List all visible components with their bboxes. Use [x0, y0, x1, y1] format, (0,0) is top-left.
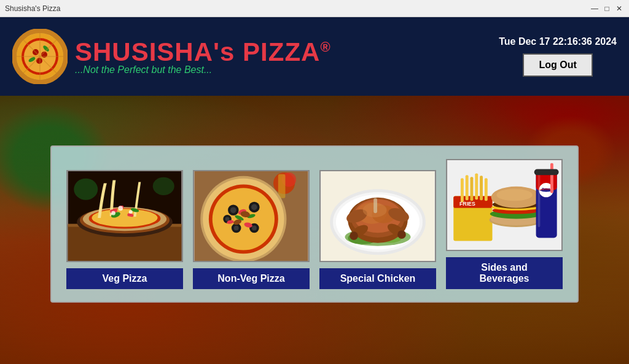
close-button[interactable]: ✕	[614, 4, 624, 14]
svg-point-42	[230, 207, 236, 213]
registered-icon: ®	[320, 39, 330, 55]
maximize-button[interactable]: □	[602, 4, 612, 14]
brand-tagline: ...Not the Perfect but the Best...	[75, 64, 331, 76]
window-controls: — □ ✕	[590, 4, 624, 14]
brand-pizza: PIZZA	[243, 37, 320, 66]
pizza-logo-icon	[12, 29, 68, 84]
svg-rect-102	[534, 169, 559, 175]
veg-pizza-image	[66, 170, 183, 262]
svg-point-50	[225, 217, 230, 221]
menu-item-special-chicken[interactable]: Special Chicken	[319, 170, 436, 289]
header-right: Tue Dec 17 22:16:36 2024 Log Out	[499, 36, 617, 77]
header: SHUSISHA's PIZZA® ...Not the Perfect but…	[0, 17, 629, 96]
svg-rect-36	[278, 174, 286, 198]
sides-beverages-image: FRIES	[446, 159, 563, 251]
brand-shusisha: SHUSISHA's	[75, 37, 235, 66]
minimize-button[interactable]: —	[590, 4, 600, 14]
non-veg-pizza-image	[193, 170, 310, 262]
main-content: SHUSISHA's PIZZA® ...Not the Perfect but…	[0, 17, 629, 364]
window-title: Shusisha's Pizza	[5, 4, 590, 13]
special-chicken-image	[319, 170, 436, 262]
special-chicken-label: Special Chicken	[319, 268, 436, 289]
svg-point-71	[350, 231, 358, 240]
svg-rect-84	[471, 177, 474, 201]
menu-item-veg-pizza[interactable]: Veg Pizza	[66, 170, 183, 289]
svg-point-46	[234, 225, 239, 230]
menu-section: Veg Pizza	[0, 96, 629, 364]
menu-item-non-veg-pizza[interactable]: Non-Veg Pizza	[193, 170, 310, 289]
logout-button[interactable]: Log Out	[523, 53, 592, 77]
datetime-display: Tue Dec 17 22:16:36 2024	[499, 36, 617, 47]
brand-text: SHUSISHA's PIZZA® ...Not the Perfect but…	[75, 37, 331, 76]
svg-point-27	[118, 206, 123, 211]
svg-rect-77	[373, 198, 377, 212]
veg-pizza-label: Veg Pizza	[66, 268, 183, 289]
svg-rect-101	[538, 173, 541, 227]
svg-point-29	[111, 211, 115, 215]
svg-rect-85	[475, 173, 478, 199]
svg-point-73	[397, 230, 406, 239]
svg-point-48	[252, 225, 257, 230]
svg-point-44	[251, 204, 257, 210]
title-bar: Shusisha's Pizza — □ ✕	[0, 0, 629, 17]
svg-rect-83	[466, 175, 469, 200]
svg-point-31	[153, 177, 174, 195]
svg-point-28	[129, 210, 133, 214]
svg-rect-82	[461, 178, 464, 202]
brand-name: SHUSISHA's PIZZA®	[75, 37, 331, 67]
logo-container: SHUSISHA's PIZZA® ...Not the Perfect but…	[12, 29, 331, 84]
non-veg-pizza-label: Non-Veg Pizza	[193, 268, 310, 289]
svg-point-30	[74, 178, 98, 199]
menu-item-sides-beverages[interactable]: FRIES	[446, 159, 563, 289]
svg-point-95	[496, 188, 532, 200]
svg-rect-86	[480, 176, 483, 200]
menu-panel: Veg Pizza	[50, 145, 579, 303]
svg-text:Pepsi: Pepsi	[542, 187, 550, 190]
svg-rect-100	[550, 163, 553, 193]
svg-rect-87	[485, 178, 488, 201]
sides-beverages-label: Sides and Beverages	[446, 257, 563, 289]
svg-point-21	[92, 209, 157, 227]
